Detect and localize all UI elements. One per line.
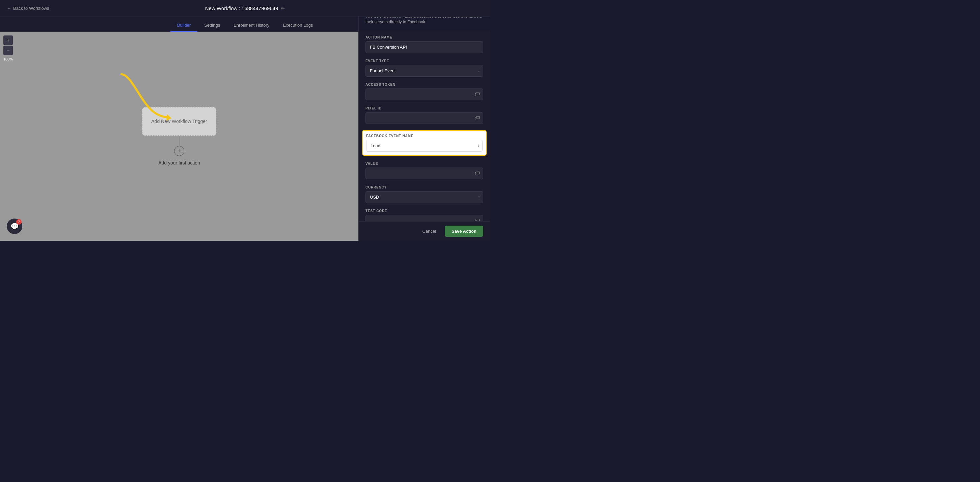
- connector-line: [179, 136, 180, 146]
- currency-select[interactable]: USD: [366, 191, 483, 203]
- panel-body: ACTION NAME EVENT TYPE Funnel Event ↕ AC…: [359, 30, 490, 221]
- chat-badge[interactable]: 💬 7: [7, 219, 22, 234]
- back-arrow-icon: ←: [7, 6, 11, 11]
- value-wrapper: 🏷: [366, 168, 483, 179]
- pixel-id-label: PIXEL ID: [366, 106, 483, 110]
- field-value: VALUE 🏷: [366, 162, 483, 179]
- panel-footer: Cancel Save Action: [359, 221, 490, 241]
- facebook-event-name-select-wrapper: Lead ↕: [366, 140, 482, 152]
- workflow-connector: +: [174, 136, 184, 156]
- zoom-in-button[interactable]: +: [3, 35, 13, 45]
- field-event-type: EVENT TYPE Funnel Event ↕: [366, 59, 483, 77]
- cancel-button[interactable]: Cancel: [417, 226, 441, 237]
- field-currency: CURRENCY USD ↕: [366, 185, 483, 203]
- tab-execution-logs[interactable]: Execution Logs: [276, 19, 320, 32]
- top-nav: ← Back to Workflows New Workflow : 16884…: [0, 0, 490, 17]
- test-code-wrapper: 🏷: [366, 215, 483, 221]
- access-token-input[interactable]: [366, 88, 483, 100]
- workflow-trigger-box[interactable]: Add New Workflow Trigger: [142, 107, 216, 136]
- zoom-controls: + − 100%: [3, 35, 13, 61]
- field-pixel-id: PIXEL ID 🏷: [366, 106, 483, 124]
- test-code-tag-icon[interactable]: 🏷: [474, 217, 480, 221]
- field-action-name: ACTION NAME: [366, 35, 483, 53]
- zoom-out-button[interactable]: −: [3, 46, 13, 55]
- pixel-id-input[interactable]: [366, 112, 483, 124]
- first-action-text: Add your first action: [158, 160, 200, 166]
- back-label: Back to Workflows: [13, 6, 49, 11]
- event-type-label: EVENT TYPE: [366, 59, 483, 63]
- access-token-wrapper: 🏷: [366, 88, 483, 100]
- access-token-label: ACCESS TOKEN: [366, 83, 483, 86]
- pixel-id-wrapper: 🏷: [366, 112, 483, 124]
- facebook-event-name-select[interactable]: Lead: [366, 140, 482, 152]
- test-code-input[interactable]: [366, 215, 483, 221]
- trigger-box-label: Add New Workflow Trigger: [151, 118, 207, 125]
- field-facebook-event-name: FACEBOOK EVENT NAME Lead ↕: [362, 130, 487, 156]
- field-test-code: TEST CODE 🏷: [366, 209, 483, 221]
- tab-settings[interactable]: Settings: [197, 19, 227, 32]
- back-button[interactable]: ← Back to Workflows: [7, 6, 49, 11]
- tab-enrollment-history[interactable]: Enrollment History: [227, 19, 276, 32]
- access-token-tag-icon[interactable]: 🏷: [474, 91, 480, 97]
- nav-title: New Workflow : 1688447969649 ✏: [205, 5, 285, 11]
- workflow-title: New Workflow : 1688447969649: [205, 5, 278, 11]
- facebook-event-name-label: FACEBOOK EVENT NAME: [366, 134, 482, 138]
- currency-select-wrapper: USD ↕: [366, 191, 483, 203]
- test-code-label: TEST CODE: [366, 209, 483, 213]
- add-action-button[interactable]: +: [174, 146, 184, 156]
- edit-icon[interactable]: ✏: [281, 6, 285, 11]
- add-action-icon: +: [178, 148, 181, 155]
- right-panel: Facebook Conversion Api ✕ The Conversion…: [358, 0, 490, 241]
- canvas-area: Add New Workflow Trigger + Add your firs…: [0, 32, 358, 241]
- value-label: VALUE: [366, 162, 483, 166]
- event-type-select[interactable]: Funnel Event: [366, 65, 483, 77]
- value-tag-icon[interactable]: 🏷: [474, 170, 480, 176]
- event-type-select-wrapper: Funnel Event ↕: [366, 65, 483, 77]
- tab-builder[interactable]: Builder: [170, 19, 197, 32]
- zoom-level: 100%: [3, 57, 13, 61]
- field-access-token: ACCESS TOKEN 🏷: [366, 83, 483, 100]
- pixel-id-tag-icon[interactable]: 🏷: [474, 115, 480, 121]
- action-name-label: ACTION NAME: [366, 35, 483, 39]
- save-action-button[interactable]: Save Action: [445, 226, 483, 237]
- value-input[interactable]: [366, 168, 483, 179]
- currency-label: CURRENCY: [366, 185, 483, 189]
- chat-notification-count: 7: [16, 219, 22, 225]
- action-name-input[interactable]: [366, 41, 483, 53]
